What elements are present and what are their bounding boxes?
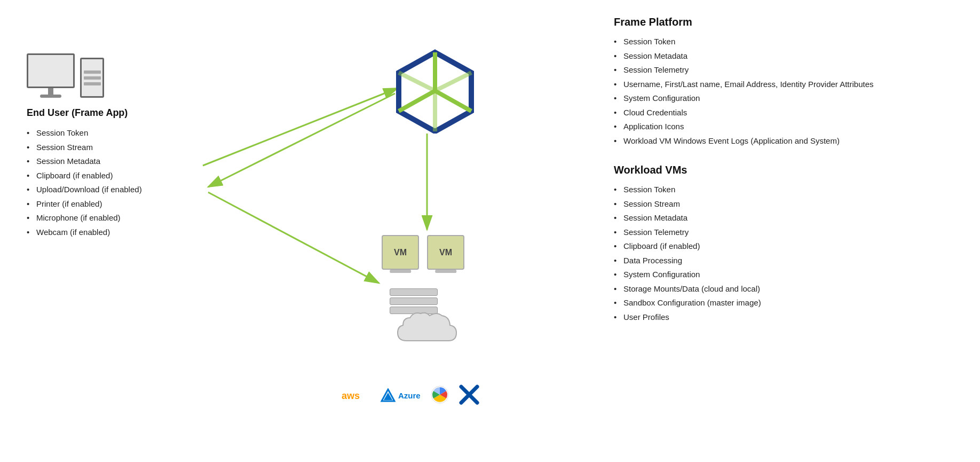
list-item: Session Token (27, 126, 142, 140)
vm-box-1: VM (382, 235, 419, 270)
cloud-svg (374, 306, 470, 354)
tower-drive-2 (84, 76, 101, 80)
aws-logo: aws (342, 387, 371, 404)
frame-platform-list: Session TokenSession MetadataSession Tel… (614, 35, 961, 148)
list-item: Upload/Download (if enabled) (27, 183, 142, 197)
svg-line-9 (399, 91, 435, 111)
list-item: Cloud Credentials (614, 106, 961, 120)
list-item: Session Metadata (614, 211, 961, 225)
right-section: Frame Platform Session TokenSession Meta… (614, 16, 961, 324)
list-item: Session Telemetry (614, 225, 961, 240)
list-item: Session Stream (614, 197, 961, 212)
list-item: Clipboard (if enabled) (614, 239, 961, 254)
google-logo (430, 385, 449, 406)
tower-drive-3 (84, 82, 101, 85)
frame-hex-svg (392, 48, 478, 134)
svg-line-8 (435, 91, 471, 111)
list-item: Session Metadata (27, 154, 142, 169)
monitor-icon (27, 53, 75, 98)
list-item: Microphone (if enabled) (27, 211, 142, 225)
svg-line-10 (399, 73, 435, 91)
workload-vms: Workload VMs Session TokenSession Stream… (614, 164, 961, 324)
list-item: Session Token (614, 183, 961, 197)
list-item: Session Metadata (614, 49, 961, 64)
monitor-neck (48, 88, 53, 95)
azure-logo: Azure (381, 388, 421, 403)
list-item: Webcam (if enabled) (27, 225, 142, 240)
list-item: Workload VM Windows Event Logs (Applicat… (614, 134, 961, 148)
cloud-providers: aws Azure (342, 385, 479, 406)
list-item: Application Icons (614, 120, 961, 134)
list-item: System Configuration (614, 268, 961, 282)
list-item: User Profiles (614, 310, 961, 325)
list-item: System Configuration (614, 91, 961, 106)
list-item: Printer (if enabled) (27, 197, 142, 212)
list-item: Data Processing (614, 254, 961, 268)
vm-group: VM VM (382, 235, 464, 270)
workload-vms-title: Workload VMs (614, 164, 961, 176)
svg-text:aws: aws (342, 390, 360, 401)
end-user-list: Session TokenSession StreamSession Metad… (27, 126, 142, 239)
end-user-section: End User (Frame App) Session TokenSessio… (27, 53, 142, 239)
list-item: Clipboard (if enabled) (27, 169, 142, 183)
diagram-center: VM VM aws (310, 32, 576, 438)
azure-text: Azure (398, 391, 421, 400)
frame-platform: Frame Platform Session TokenSession Meta… (614, 16, 961, 148)
end-user-title: End User (Frame App) (27, 107, 142, 119)
storage-cloud (374, 288, 480, 356)
tower-icon (80, 58, 104, 98)
device-icons (27, 53, 142, 98)
disk-layer-2 (390, 297, 438, 305)
list-item: Session Stream (27, 140, 142, 155)
frame-logo (392, 48, 478, 134)
workload-vms-list: Session TokenSession StreamSession Metad… (614, 183, 961, 324)
list-item: Username, First/Last name, Email Address… (614, 77, 961, 92)
tower-body (80, 58, 104, 98)
vm-box-2: VM (427, 235, 464, 270)
list-item: Sandbox Configuration (master image) (614, 296, 961, 310)
disk-layer-1 (390, 288, 438, 296)
svg-line-11 (435, 73, 471, 91)
monitor-base (40, 95, 61, 98)
list-item: Storage Mounts/Data (cloud and local) (614, 282, 961, 296)
list-item: Session Token (614, 35, 961, 49)
list-item: Session Telemetry (614, 63, 961, 77)
frame-platform-title: Frame Platform (614, 16, 961, 28)
tower-drive-1 (84, 71, 101, 74)
page: End User (Frame App) Session TokenSessio… (0, 0, 980, 462)
nutanix-logo (459, 385, 479, 406)
monitor-screen (27, 53, 75, 88)
